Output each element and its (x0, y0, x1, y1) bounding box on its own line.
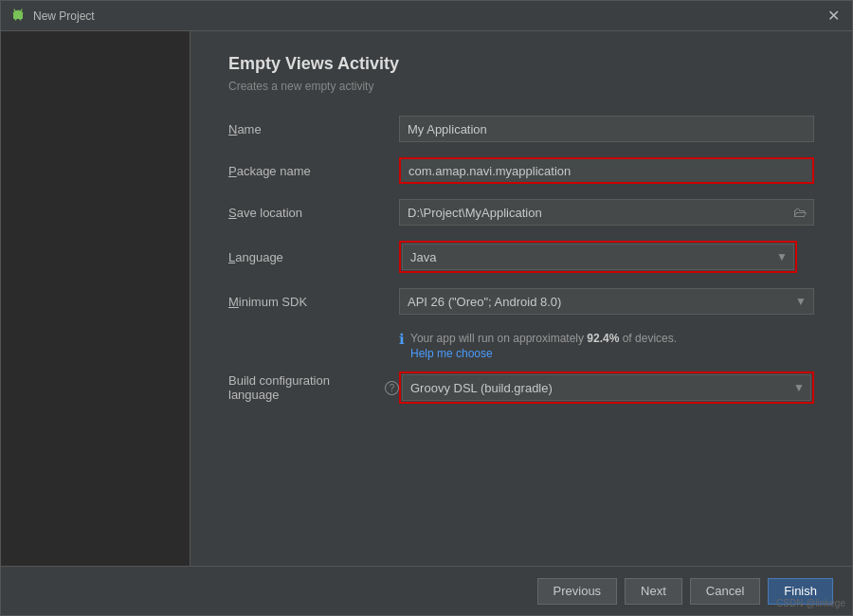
info-percent: 92.4% (587, 332, 619, 345)
language-row: Language Java Kotlin ▼ (228, 241, 814, 273)
info-row: ℹ Your app will run on approximately 92.… (228, 330, 814, 360)
left-panel (1, 31, 191, 566)
previous-button[interactable]: Previous (537, 578, 618, 605)
dialog-title: New Project (33, 9, 824, 23)
svg-point-2 (15, 18, 17, 20)
save-location-row: Save location 🗁 (228, 199, 814, 226)
save-location-input[interactable] (399, 199, 814, 226)
title-bar: New Project ✕ (1, 1, 852, 31)
package-name-input-wrap (399, 157, 814, 184)
build-config-label: Build configuration language ? (228, 373, 399, 402)
build-config-select[interactable]: Groovy DSL (build.gradle) Kotlin DSL (bu… (402, 374, 811, 401)
main-content: Empty Views Activity Creates a new empty… (191, 31, 852, 566)
svg-point-3 (20, 18, 22, 20)
app-icon (10, 9, 26, 24)
language-label-text: Language (228, 250, 283, 264)
language-select-wrap: Java Kotlin ▼ (399, 241, 797, 273)
info-icon: ℹ (399, 331, 405, 348)
package-name-input[interactable] (399, 157, 814, 184)
info-text: Your app will run on approximately 92.4%… (410, 332, 677, 345)
name-label-text: Name (228, 122, 262, 136)
save-location-input-wrap: 🗁 (399, 199, 814, 226)
minimum-sdk-label: Minimum SDK (228, 295, 399, 309)
build-config-row: Build configuration language ? Groovy DS… (228, 371, 814, 404)
build-config-select-wrap: Groovy DSL (build.gradle) Kotlin DSL (bu… (399, 371, 814, 404)
save-location-label: Save location (228, 206, 399, 220)
help-link[interactable]: Help me choose (410, 347, 677, 360)
build-config-label-text: Build configuration language (228, 373, 381, 402)
save-location-label-text: Save location (228, 206, 302, 220)
package-name-label-text: Package name (228, 164, 311, 178)
minimum-sdk-select[interactable]: API 26 ("Oreo"; Android 8.0) API 21 (And… (399, 288, 814, 315)
name-input[interactable] (399, 116, 814, 142)
language-select[interactable]: Java Kotlin (402, 244, 794, 270)
package-name-row: Package name (228, 157, 814, 184)
name-input-wrap (399, 116, 814, 142)
svg-rect-1 (13, 13, 23, 19)
language-label: Language (228, 250, 399, 264)
footer: Previous Next Cancel Finish (1, 566, 852, 615)
section-title: Empty Views Activity (228, 54, 814, 74)
dialog-body: Empty Views Activity Creates a new empty… (1, 31, 852, 566)
build-config-help-icon: ? (385, 381, 399, 395)
close-button[interactable]: ✕ (824, 7, 843, 26)
package-name-label: Package name (228, 164, 399, 178)
name-row: Name (228, 116, 814, 142)
info-content: Your app will run on approximately 92.4%… (410, 330, 677, 360)
next-button[interactable]: Next (625, 578, 682, 605)
minimum-sdk-row: Minimum SDK API 26 ("Oreo"; Android 8.0)… (228, 288, 814, 315)
minimum-sdk-label-text: Minimum SDK (228, 295, 307, 309)
minimum-sdk-select-wrap: API 26 ("Oreo"; Android 8.0) API 21 (And… (399, 288, 814, 315)
new-project-dialog: New Project ✕ Empty Views Activity Creat… (0, 0, 853, 616)
cancel-button[interactable]: Cancel (690, 578, 760, 605)
section-subtitle: Creates a new empty activity (228, 80, 814, 93)
name-label: Name (228, 122, 399, 136)
watermark: CSDN @linkege (776, 598, 845, 608)
